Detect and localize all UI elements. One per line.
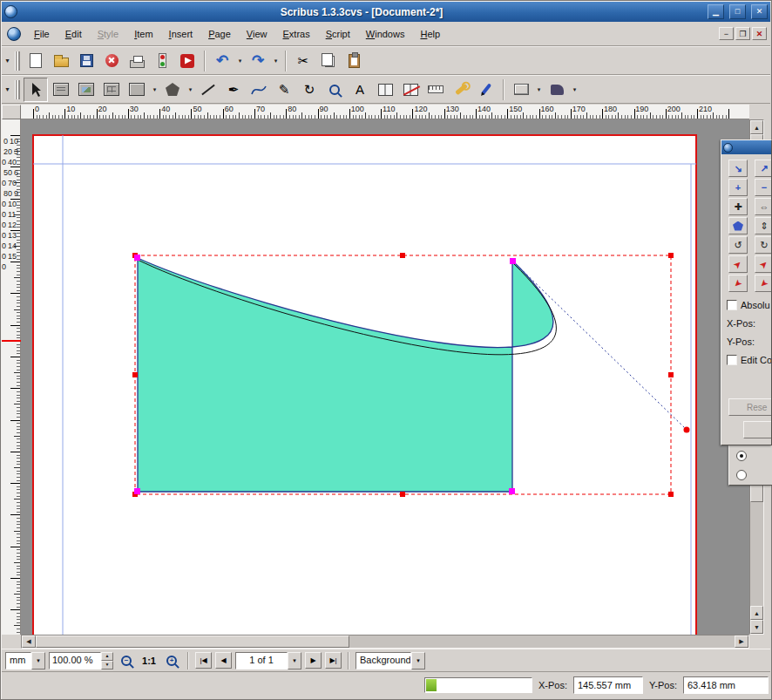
scribus-app-icon[interactable] xyxy=(7,27,21,41)
handle-top-center[interactable] xyxy=(400,253,405,258)
titlebar[interactable]: Scribus 1.3.3cvs - [Document-2*] ▁ □ ✕ xyxy=(2,2,770,22)
maximize-button[interactable]: □ xyxy=(729,4,746,19)
reset-control-points-button[interactable]: ⇔ xyxy=(755,198,772,215)
copy-properties-button[interactable] xyxy=(449,78,473,102)
edit-contents-button[interactable]: A xyxy=(348,78,372,102)
radio-option-2[interactable] xyxy=(736,470,747,480)
zoom-spinbox[interactable]: 100.00 % ▲ ▼ xyxy=(49,652,113,669)
close-document-button[interactable] xyxy=(99,49,124,73)
handle-top-right[interactable] xyxy=(668,253,674,258)
preflight-verifier-button[interactable] xyxy=(150,49,174,73)
absolute-coordinates-checkbox[interactable] xyxy=(727,300,737,310)
insert-table-button[interactable] xyxy=(99,78,124,102)
unlink-text-frames-button[interactable] xyxy=(398,78,423,102)
menu-view[interactable]: View xyxy=(239,23,275,45)
add-nodes-button[interactable]: + xyxy=(728,179,748,196)
rotate-cw-button[interactable]: ↻ xyxy=(755,236,772,254)
reset-contour-button[interactable]: Rese xyxy=(728,398,772,416)
shrink-percent-button[interactable]: ➤ xyxy=(755,275,772,292)
menu-edit[interactable]: Edit xyxy=(58,23,90,45)
zoom-spin-down[interactable]: ▼ xyxy=(101,661,113,669)
toolbar-drag-handle[interactable] xyxy=(15,80,20,99)
shape-dropdown[interactable]: ▾ xyxy=(150,78,159,102)
undo-button[interactable]: ↶ xyxy=(210,49,234,73)
shrink-button[interactable]: ➤ xyxy=(728,275,748,292)
rotate-ccw-button[interactable]: ↺ xyxy=(728,236,748,254)
layer-dropdown-icon[interactable]: ▾ xyxy=(411,652,425,669)
unit-dropdown-icon[interactable]: ▾ xyxy=(31,652,45,669)
bezier-control-point[interactable] xyxy=(684,427,690,433)
menu-help[interactable]: Help xyxy=(412,23,448,45)
scroll-down-button[interactable]: ▼ xyxy=(750,620,763,634)
last-page-button[interactable]: ▶| xyxy=(325,652,342,669)
open-close-path-button[interactable] xyxy=(728,217,748,234)
polygon-dropdown[interactable]: ▾ xyxy=(186,78,195,102)
handle-bottom-right[interactable] xyxy=(668,492,674,497)
end-editing-button[interactable] xyxy=(743,421,772,438)
insert-shape-button[interactable] xyxy=(125,78,149,102)
move-node-button[interactable]: ✚ xyxy=(728,198,748,215)
insert-freehand-button[interactable]: ✎ xyxy=(272,78,296,102)
node-bottom-right[interactable] xyxy=(509,488,515,494)
handle-middle-right[interactable] xyxy=(668,372,674,377)
scroll-left-button[interactable]: ◀ xyxy=(22,635,36,648)
export-pdf-button[interactable] xyxy=(175,49,200,73)
radio-option-1[interactable] xyxy=(736,451,747,461)
pdf-button-dropdown[interactable]: ▾ xyxy=(534,78,544,102)
handle-middle-left[interactable] xyxy=(132,372,138,377)
rotate-item-button[interactable]: ↻ xyxy=(297,78,322,102)
first-page-button[interactable]: |◀ xyxy=(195,652,212,669)
pdf-push-button-tool[interactable] xyxy=(509,78,533,102)
node-top-right[interactable] xyxy=(510,258,516,264)
minimize-button[interactable]: ▁ xyxy=(708,4,724,19)
close-button[interactable]: ✕ xyxy=(751,4,768,19)
node-top-left[interactable] xyxy=(134,255,140,261)
scroll-up-button-2[interactable]: ▲ xyxy=(750,606,763,620)
save-document-button[interactable] xyxy=(74,49,98,73)
insert-polygon-button[interactable] xyxy=(160,78,185,102)
pdf-annotation-dropdown[interactable]: ▾ xyxy=(570,78,579,102)
menu-file[interactable]: File xyxy=(26,23,58,45)
menu-style[interactable]: Style xyxy=(90,23,126,45)
handle-bottom-center[interactable] xyxy=(400,492,405,497)
edit-contour-checkbox[interactable] xyxy=(727,355,737,365)
paste-button[interactable] xyxy=(342,49,366,73)
delete-nodes-button[interactable]: − xyxy=(755,179,772,196)
toolbar-collapse-icon[interactable]: ▾ xyxy=(3,57,11,65)
zoom-spin-up[interactable]: ▲ xyxy=(101,652,113,661)
mdi-minimize-button[interactable]: − xyxy=(719,27,734,40)
mdi-restore-button[interactable]: ❐ xyxy=(735,27,750,40)
menu-page[interactable]: Page xyxy=(200,23,239,45)
new-document-button[interactable] xyxy=(24,49,48,73)
undo-dropdown[interactable]: ▾ xyxy=(235,49,245,73)
move-control-points-button[interactable]: ↗ xyxy=(755,160,772,177)
menu-script[interactable]: Script xyxy=(318,23,358,45)
horizontal-scrollbar[interactable]: ◀ ▶ xyxy=(21,635,749,649)
print-button[interactable] xyxy=(125,49,149,73)
cut-button[interactable]: ✂ xyxy=(291,49,315,73)
menu-windows[interactable]: Windows xyxy=(358,23,413,45)
menu-extras[interactable]: Extras xyxy=(274,23,317,45)
measurements-button[interactable] xyxy=(423,78,448,102)
unit-combo[interactable]: mm ▾ xyxy=(5,652,45,669)
select-tool-button[interactable] xyxy=(24,78,48,102)
copy-button[interactable] xyxy=(316,49,341,73)
insert-text-frame-button[interactable] xyxy=(49,78,73,102)
toolbar-collapse-icon[interactable]: ▾ xyxy=(3,85,11,93)
pdf-annotation-tool[interactable] xyxy=(545,78,569,102)
zoom-in-button[interactable]: + xyxy=(162,652,181,669)
redo-dropdown[interactable]: ▾ xyxy=(271,49,281,73)
mirror-vertical-button[interactable]: ⇕ xyxy=(755,217,772,234)
link-text-frames-button[interactable] xyxy=(373,78,397,102)
zoom-out-button[interactable]: − xyxy=(117,652,136,669)
previous-page-button[interactable]: ◀ xyxy=(215,652,232,669)
next-page-button[interactable]: ▶ xyxy=(305,652,322,669)
enlarge-percent-button[interactable]: ➤ xyxy=(755,255,772,273)
horizontal-ruler[interactable]: 0102030405060708090100110120130140150160… xyxy=(21,105,749,119)
ruler-corner[interactable] xyxy=(2,105,21,119)
calligraphy-line-button[interactable]: ✒ xyxy=(221,78,246,102)
horizontal-scrollbar-thumb[interactable] xyxy=(36,635,349,648)
page-combo[interactable]: 1 of 1 ▾ xyxy=(235,652,301,669)
eyedropper-button[interactable] xyxy=(474,78,498,102)
move-nodes-button[interactable]: ↘ xyxy=(728,160,748,177)
